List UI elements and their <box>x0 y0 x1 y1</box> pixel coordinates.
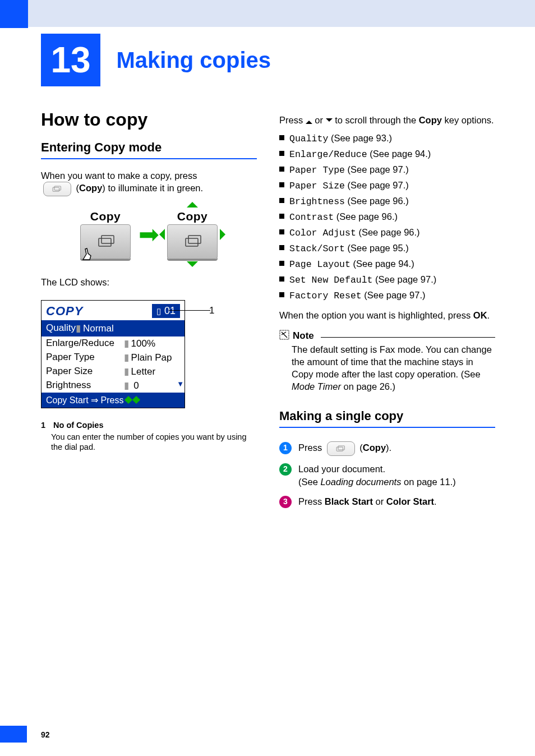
chapter-number: 13 <box>41 34 100 86</box>
up-arrow-icon <box>306 117 312 124</box>
intro-text-2: ) to illuminate it in green. <box>102 183 203 193</box>
lcd-row: Paper Type ▮Plain Pap <box>41 351 185 365</box>
lcd-row-key: Paper Type <box>46 352 124 363</box>
chapter-block: 13 Making copies <box>41 34 271 86</box>
lcd-row: Brightness ▮ 0 ▼ <box>41 379 185 393</box>
page: 13 Making copies How to copy Entering Co… <box>0 0 535 756</box>
page-icon: ▯ <box>156 306 161 316</box>
section-making-single-copy: Making a single copy <box>279 409 495 428</box>
svg-rect-4 <box>186 238 198 246</box>
radiate-arrow-n-icon <box>187 196 198 208</box>
options-list: Quality (See page 93.) Enlarge/Reduce (S… <box>279 131 495 303</box>
callout-line <box>169 310 210 311</box>
svg-rect-8 <box>338 446 344 450</box>
list-item: Paper Size (See page 97.) <box>279 178 495 193</box>
radiate-arrow-e-icon <box>220 229 231 240</box>
footer-bluebar <box>0 726 27 743</box>
lcd-count-badge: ▯ 01 <box>152 304 180 318</box>
lcd-scroll-down-icon: ▼ <box>177 380 184 388</box>
copy-btn-before <box>80 224 131 259</box>
copy-before: Copy <box>80 210 131 259</box>
copy-after: Copy <box>167 210 218 259</box>
copy-btn-after <box>167 224 218 259</box>
lcd-title: COPY <box>46 304 83 319</box>
page-number: 92 <box>41 730 50 739</box>
lcd-row-key: Brightness <box>46 380 124 391</box>
copy-button-icon <box>327 441 355 456</box>
section-how-to-copy: How to copy <box>41 109 257 130</box>
list-item: Brightness (See page 96.) <box>279 193 495 209</box>
copy-label-before: Copy <box>90 210 121 223</box>
note-body: The default setting is Fax mode. You can… <box>279 343 495 393</box>
step-badge-3-icon: 3 <box>279 496 292 508</box>
footnote-body: You can enter the number of copies you w… <box>51 432 257 453</box>
scroll-tail: key options. <box>442 115 494 125</box>
lcd-top: COPY ▯ 01 <box>41 301 185 320</box>
note-label: Note <box>293 330 314 342</box>
scroll-pre: Press <box>279 115 306 125</box>
lcd-row: Paper Size ▮Letter <box>41 365 185 379</box>
lcd-count: 01 <box>164 305 176 317</box>
list-item: Page Layout (See page 94.) <box>279 256 495 272</box>
svg-rect-5 <box>188 236 201 243</box>
corner-tab <box>0 0 28 28</box>
step-1: 1 Press (Copy). <box>279 441 495 456</box>
section-entering-copy-mode: Entering Copy mode <box>41 140 257 159</box>
lcd-wrap: 1 COPY ▯ 01 Quality ▮Normal Enlarg <box>41 300 257 408</box>
lcd-row-val: ▮Letter <box>124 366 180 377</box>
radiate-arrow-w-icon <box>154 229 165 240</box>
callout-number: 1 <box>209 305 214 316</box>
right-column: Press or to scroll through the Copy key … <box>279 109 495 515</box>
lcd-row-key: Enlarge/Reduce <box>46 338 124 349</box>
lcd-sel-val: ▮Normal <box>76 322 180 334</box>
lcd-sel-key: Quality <box>46 322 76 334</box>
intro-paragraph: When you want to make a copy, press (Cop… <box>41 169 257 196</box>
list-item: Color Adjust (See page 96.) <box>279 225 495 241</box>
down-arrow-icon <box>326 118 333 125</box>
scroll-paragraph: Press or to scroll through the Copy key … <box>279 114 495 126</box>
scroll-mid: or <box>312 115 326 125</box>
lcd-row-val: ▮ 0 <box>124 380 180 391</box>
copy-diagram: Copy ➡ Copy <box>41 210 257 259</box>
lcd-row: Enlarge/Reduce ▮100% <box>41 336 185 351</box>
lcd-row-key: Paper Size <box>46 366 124 377</box>
step-badge-1-icon: 1 <box>279 442 292 454</box>
intro-text-1: When you want to make a copy, press <box>41 170 197 181</box>
svg-rect-2 <box>99 238 111 246</box>
highlight-paragraph: When the option you want is highlighted,… <box>279 309 495 321</box>
chapter-title: Making copies <box>116 48 271 73</box>
step-badge-2-icon: 2 <box>279 463 292 476</box>
step-3: 3 Press Black Start or Color Start. <box>279 495 495 508</box>
lcd-selected-row: Quality ▮Normal <box>41 320 185 336</box>
start-diamond-icon <box>124 396 132 404</box>
list-item: Set New Default (See page 97.) <box>279 272 495 288</box>
note-icon <box>279 330 289 343</box>
list-item: Paper Type (See page 97.) <box>279 162 495 178</box>
lcd-footer: Copy Start ⇒ Press <box>41 393 185 408</box>
footnote-number: 1 <box>41 421 51 430</box>
copy-label-after: Copy <box>177 210 208 223</box>
scroll-post: to scroll through the <box>333 115 419 125</box>
footnote-title: No of Copies <box>53 421 103 430</box>
copy-button-icon <box>43 182 71 196</box>
svg-rect-3 <box>102 236 114 243</box>
start-diamond-icon <box>132 396 140 404</box>
lcd-row-val: ▮Plain Pap <box>124 352 180 363</box>
list-item: Factory Reset (See page 97.) <box>279 288 495 303</box>
columns: How to copy Entering Copy mode When you … <box>41 109 495 515</box>
svg-rect-0 <box>53 187 59 191</box>
lcd-row-val: ▮100% <box>124 338 180 349</box>
lcd-caption: The LCD shows: <box>41 276 257 288</box>
list-item: Contrast (See page 96.) <box>279 209 495 225</box>
footnote: 1 No of Copies You can enter the number … <box>41 421 257 453</box>
left-column: How to copy Entering Copy mode When you … <box>41 109 257 515</box>
note-box: Note The default setting is Fax mode. Yo… <box>279 330 495 393</box>
list-item: Quality (See page 93.) <box>279 131 495 146</box>
radiate-arrow-s-icon <box>187 261 198 273</box>
note-divider <box>321 337 495 338</box>
svg-rect-1 <box>54 186 61 190</box>
intro-copy-bold: Copy <box>79 183 102 193</box>
step-2: 2 Load your document. (See Loading docum… <box>279 463 495 488</box>
list-item: Stack/Sort (See page 95.) <box>279 241 495 256</box>
steps: 1 Press (Copy). 2 Load your document. (S… <box>279 441 495 508</box>
